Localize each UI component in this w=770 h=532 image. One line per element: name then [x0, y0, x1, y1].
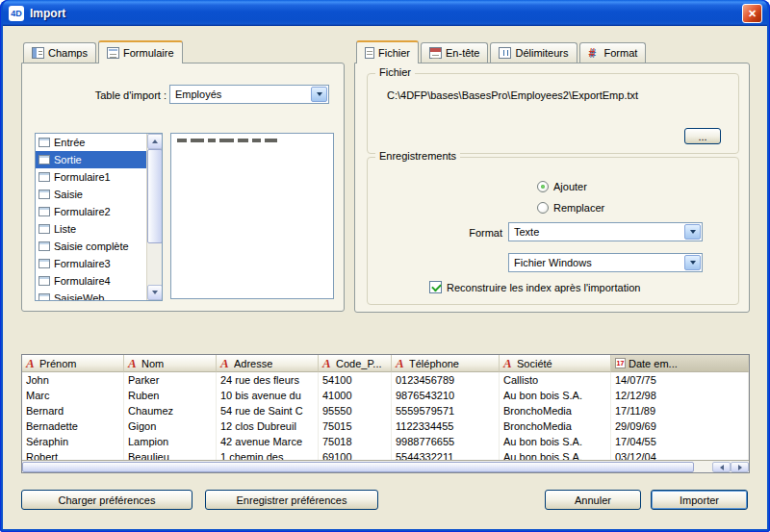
tab-formulaire[interactable]: Formulaire	[98, 40, 183, 63]
4d-logo-icon: 4D	[9, 6, 24, 21]
scrollbar-thumb[interactable]	[147, 149, 163, 243]
radio-ajouter-label: Ajouter	[553, 181, 587, 192]
form-list-scrollbar[interactable]	[146, 134, 162, 300]
formulaire-panel: Table d'import : Employés EntréeSortieFo…	[21, 63, 345, 312]
table-cell: 9988776655	[392, 434, 500, 449]
radio-ajouter[interactable]: Ajouter	[537, 181, 587, 192]
import-dialog: 4D Import ✕ Champs Formulaire Table d'im…	[0, 0, 770, 532]
column-header-label: Nom	[141, 358, 164, 369]
alpha-field-icon: A	[322, 358, 333, 368]
table-cell: 12/12/98	[611, 388, 749, 403]
table-import-combobox[interactable]: Employés	[169, 85, 329, 104]
form-list-item-label: Saisie complète	[54, 241, 129, 252]
form-list-item-label: Formulaire3	[54, 258, 111, 269]
form-page-icon	[107, 47, 119, 59]
tab-formulaire-label: Formulaire	[123, 47, 174, 59]
column-header[interactable]: APrénom	[22, 355, 124, 372]
close-button[interactable]: ✕	[742, 4, 762, 23]
table-cell: Gigon	[124, 418, 217, 434]
form-list-item[interactable]: Formulaire3	[36, 255, 146, 272]
table-cell: 1122334455	[392, 418, 500, 434]
browse-button[interactable]: ...	[684, 128, 721, 144]
cancel-button[interactable]: Annuler	[545, 490, 641, 510]
scroll-down-button[interactable]	[147, 285, 163, 300]
table-cell: 54100	[319, 372, 392, 388]
form-list-item[interactable]: Formulaire4	[36, 272, 146, 290]
table-cell: 14/07/75	[611, 372, 749, 388]
tab-delimiteurs-label: Délimiteurs	[515, 47, 568, 59]
right-tab-strip: Fichier En-tête Délimiteurs Format	[356, 40, 648, 63]
arrow-up-icon	[152, 139, 158, 143]
form-list-item-label: Formulaire2	[54, 206, 111, 217]
table-cell: 17/04/55	[611, 434, 749, 449]
table-cell: 41000	[319, 388, 392, 403]
form-list-item[interactable]: Saisie	[36, 186, 146, 203]
encoding-combobox[interactable]: Fichier Windows	[508, 253, 703, 272]
column-header[interactable]: 17Date em...	[611, 355, 749, 372]
table-cell: BronchoMedia	[500, 418, 611, 434]
form-list-item[interactable]: SaisieWeb	[36, 290, 146, 300]
combo-dropdown-button[interactable]	[684, 255, 701, 270]
column-header[interactable]: ATéléphone	[392, 355, 500, 372]
form-list-item[interactable]: Liste	[36, 220, 146, 238]
format-combobox[interactable]: Texte	[508, 222, 703, 241]
table-cell: Au bon bois S.A.	[500, 434, 611, 449]
form-list-item[interactable]: Formulaire2	[36, 203, 146, 220]
form-list-item[interactable]: Sortie	[36, 151, 146, 168]
table-row[interactable]: BernardChaumez54 rue de Saint C955505559…	[22, 403, 749, 418]
alpha-field-icon: A	[128, 358, 139, 368]
column-header[interactable]: ANom	[124, 355, 217, 372]
combo-dropdown-button[interactable]	[311, 87, 327, 102]
rebuild-index-checkbox[interactable]: Reconstruire les index après l'importati…	[429, 281, 640, 293]
form-list-item[interactable]: Entrée	[36, 134, 146, 151]
import-button[interactable]: Importer	[651, 490, 748, 510]
table-row[interactable]: SéraphinLampion42 avenue Marce7501899887…	[22, 434, 749, 449]
title-bar[interactable]: 4D Import ✕	[3, 0, 767, 26]
column-header[interactable]: AAdresse	[217, 355, 319, 372]
table-cell: 24 rue des fleurs	[217, 372, 319, 388]
table-row[interactable]: JohnParker24 rue des fleurs5410001234567…	[22, 372, 749, 388]
scroll-left-button[interactable]	[712, 462, 731, 472]
load-preferences-button[interactable]: Charger préférences	[21, 490, 192, 510]
tab-en-tete[interactable]: En-tête	[421, 42, 488, 63]
radio-button-icon	[537, 181, 549, 192]
table-row[interactable]: BernadetteGigon12 clos Dubreuil750151122…	[22, 418, 749, 434]
column-header-label: Téléphone	[409, 358, 459, 369]
form-preview-pane	[170, 133, 334, 299]
radio-button-icon	[537, 202, 549, 214]
column-header[interactable]: ACode_P...	[319, 355, 392, 372]
scrollbar-thumb[interactable]	[22, 462, 694, 472]
form-icon	[38, 207, 50, 216]
left-tab-strip: Champs Formulaire	[23, 40, 185, 63]
combo-dropdown-button[interactable]	[684, 224, 701, 240]
file-group-title: Fichier	[375, 66, 415, 78]
form-list-item-label: Formulaire4	[54, 275, 111, 287]
table-horizontal-scrollbar[interactable]	[22, 460, 749, 472]
tab-champs[interactable]: Champs	[23, 42, 96, 63]
tab-fichier[interactable]: Fichier	[356, 40, 419, 63]
tab-fichier-label: Fichier	[378, 47, 410, 59]
table-row[interactable]: MarcRuben10 bis avenue du410009876543210…	[22, 388, 749, 403]
radio-remplacer[interactable]: Remplacer	[537, 202, 604, 214]
form-icon	[38, 224, 50, 234]
form-icon	[38, 190, 50, 199]
form-list-item[interactable]: Formulaire1	[36, 168, 146, 186]
table-cell: Lampion	[124, 434, 217, 449]
form-icon	[38, 172, 50, 182]
preview-table-header: APrénomANomAAdresseACode_P...ATéléphoneA…	[22, 355, 749, 372]
scroll-right-button[interactable]	[731, 462, 749, 472]
form-list-item-label: SaisieWeb	[54, 292, 104, 300]
file-path-text: C:\4DFP\bases\BasesPro\Employees2\Export…	[387, 89, 638, 101]
save-preferences-button[interactable]: Enregistrer préférences	[205, 490, 378, 510]
tab-champs-label: Champs	[48, 47, 88, 59]
table-cell: 29/09/69	[611, 418, 749, 434]
column-header[interactable]: ASociété	[500, 355, 611, 372]
checkbox-icon	[429, 281, 442, 293]
form-list-item[interactable]: Saisie complète	[36, 238, 146, 255]
tab-delimiteurs[interactable]: Délimiteurs	[490, 42, 577, 63]
tab-format[interactable]: Format	[579, 42, 647, 63]
file-icon	[365, 47, 374, 59]
fields-icon	[32, 47, 44, 59]
scroll-up-button[interactable]	[147, 134, 163, 149]
table-cell: Séraphin	[22, 434, 124, 449]
